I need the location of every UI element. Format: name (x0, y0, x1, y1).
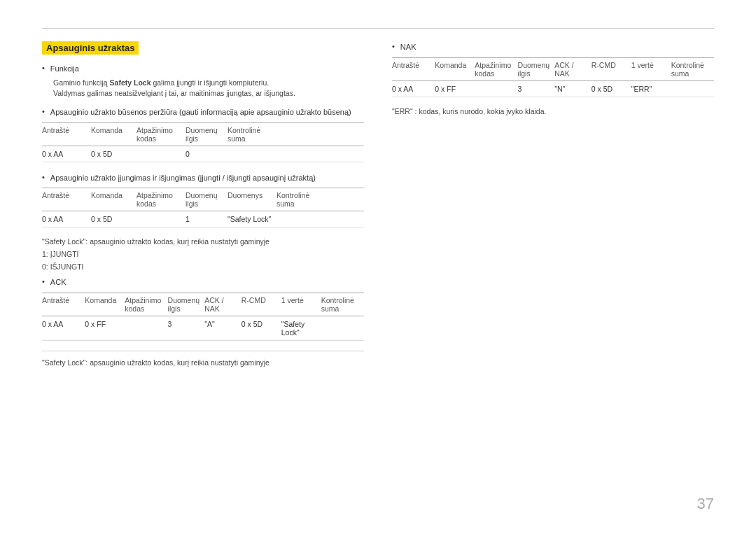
table1-title: Apsauginio užrakto būsenos peržiūra (gau… (50, 106, 351, 118)
th-atpazinimo-2: Atpažinimokodas (136, 191, 186, 208)
page-number: 37 (697, 495, 714, 513)
nak-bullet: • NAK (392, 41, 714, 53)
bullet-dot-t3: • (42, 277, 45, 286)
footer-note: "Safety Lock": apsauginio užrakto kodas,… (42, 358, 364, 367)
th-kontroline-3: Kontrolinėsuma (321, 296, 364, 313)
t3-komanda: 0 x FF (85, 320, 125, 337)
nak-komanda: 0 x FF (435, 85, 475, 93)
th-kontroline-nak: Kontrolinėsuma (671, 61, 714, 78)
right-column: • NAK Antraštė Komanda Atpažinimokodas D… (392, 41, 714, 371)
th-antraste-nak: Antraštė (392, 61, 435, 78)
funkcija-line1: Gaminio funkciją Safety Lock galima įjun… (53, 78, 364, 89)
t1-ilgis: 0 (186, 150, 227, 158)
t3-rcmd: 0 x 5D (241, 320, 281, 337)
table1-row: 0 x AA 0 x 5D 0 (42, 146, 364, 162)
th-ack-nak-3: ACK /NAK (204, 296, 241, 313)
th-antraste-1: Antraštė (42, 126, 91, 143)
bullet-dot-t1: • (42, 107, 45, 115)
th-duomenu-ilgis-1: Duomenųilgis (186, 126, 227, 143)
left-column: Apsauginis užraktas • Funkcija Gaminio f… (42, 41, 364, 371)
table2-row: 0 x AA 0 x 5D 1 "Safety Lock" (42, 211, 364, 227)
th-rcmd-3: R-CMD (241, 296, 281, 313)
th-1verte-3: 1 vertė (281, 296, 321, 313)
th-komanda-3: Komanda (85, 296, 125, 313)
note2: 1: ĮJUNGTI (42, 250, 364, 258)
table1-bullet: • Apsauginio užrakto būsenos peržiūra (g… (42, 106, 364, 118)
th-duomenys-2: Duomenys (227, 191, 276, 208)
th-duomenu-ilgis-2: Duomenųilgis (186, 191, 227, 208)
table3-title: ACK (50, 276, 66, 288)
th-atpazinimo-3: Atpažinimokodas (125, 296, 167, 313)
t3-kontroline (321, 320, 364, 337)
th-kontroline-1: Kontrolinėsuma (227, 126, 276, 143)
nak-table-section: Antraštė Komanda Atpažinimokodas Duomenų… (392, 57, 714, 97)
nak-table-row: 0 x AA 0 x FF 3 "N" 0 x 5D "ERR" (392, 81, 714, 97)
table2-bullet: • Apsauginio užrakto įjungimas ir išjung… (42, 172, 364, 184)
nak-ack-nak-val: "N" (554, 85, 592, 93)
t1-antraste: 0 x AA (42, 150, 91, 158)
t2-duomenys: "Safety Lock" (227, 215, 276, 223)
th-atpazinimo-1: Atpažinimokodas (136, 126, 186, 143)
table3-row: 0 x AA 0 x FF 3 "A" 0 x 5D "SafetyLock" (42, 316, 364, 341)
th-atpazinimo-nak: Atpažinimokodas (475, 61, 517, 78)
table2-title: Apsauginio užrakto įjungimas ir išjungim… (50, 172, 316, 184)
th-1verte-nak: 1 vertė (631, 61, 671, 78)
nak-atpazinimo (475, 85, 517, 93)
bullet-item-funkcija: • Funkcija (42, 63, 364, 75)
t1-atpazinimo (136, 150, 186, 158)
bullet-dot-t2: • (42, 173, 45, 181)
th-komanda-nak: Komanda (435, 61, 475, 78)
th-ack-nak-nak: ACK /NAK (554, 61, 592, 78)
note3: 0: IŠJUNGTI (42, 262, 364, 271)
funkcija-line2: Valdymas galimas neatsižvelgiant į tai, … (53, 88, 364, 99)
table2-section: • Apsauginio užrakto įjungimas ir išjung… (42, 172, 364, 228)
t2-atpazinimo (136, 215, 186, 223)
t1-kontroline (227, 150, 276, 158)
t3-ilgis: 3 (168, 320, 205, 337)
th-antraste-2: Antraštė (42, 191, 91, 208)
t3-antraste: 0 x AA (42, 320, 85, 337)
table1-section: • Apsauginio užrakto būsenos peržiūra (g… (42, 106, 364, 162)
nak-antraste: 0 x AA (392, 85, 435, 93)
t2-kontroline (276, 215, 326, 223)
th-duomenu-ilgis-nak: Duomenųilgis (518, 61, 555, 78)
nak-rcmd: 0 x 5D (592, 85, 631, 93)
th-komanda-2: Komanda (91, 191, 136, 208)
t1-komanda: 0 x 5D (91, 150, 136, 158)
section-title: Apsauginis užraktas (42, 41, 139, 55)
bullet-funkcija: • Funkcija Gaminio funkciją Safety Lock … (42, 63, 364, 99)
top-divider (42, 28, 714, 29)
bottom-divider-left (42, 351, 364, 351)
t3-atpazinimo (125, 320, 167, 337)
table3-section: • ACK Antraštė Komanda Atpažinimokodas D… (42, 276, 364, 341)
t3-1verte: "SafetyLock" (281, 320, 321, 337)
th-kontroline-2: Kontrolinėsuma (276, 191, 326, 208)
bullet-label-funkcija: Funkcija (50, 63, 79, 75)
table1-header: Antraštė Komanda Atpažinimokodas Duomenų… (42, 122, 364, 146)
page: Apsauginis užraktas • Funkcija Gaminio f… (0, 0, 756, 534)
bullet-dot-1: • (42, 64, 45, 72)
nak-kontroline (671, 85, 714, 93)
err-note: "ERR" : kodas, kuris nurodo, kokia įvyko… (392, 107, 714, 115)
table3-bullet: • ACK (42, 276, 364, 288)
t2-ilgis: 1 (186, 215, 227, 223)
th-duomenu-ilgis-3: Duomenųilgis (168, 296, 205, 313)
nak-label: NAK (400, 41, 416, 53)
t3-ack-nak: "A" (204, 320, 241, 337)
funkcija-description: Gaminio funkciją Safety Lock galima įjun… (53, 78, 364, 100)
table3-header: Antraštė Komanda Atpažinimokodas Duomenų… (42, 293, 364, 316)
nak-1verte: "ERR" (631, 85, 671, 93)
nak-table-header: Antraštė Komanda Atpažinimokodas Duomenų… (392, 57, 714, 81)
note1: "Safety Lock": apsauginio užrakto kodas,… (42, 237, 364, 246)
t2-antraste: 0 x AA (42, 215, 91, 223)
bullet-dot-nak: • (392, 42, 395, 50)
safety-lock-bold: Safety Lock (110, 78, 151, 87)
t2-komanda: 0 x 5D (91, 215, 136, 223)
th-rcmd-nak: R-CMD (592, 61, 631, 78)
main-content: Apsauginis užraktas • Funkcija Gaminio f… (42, 41, 714, 371)
th-antraste-3: Antraštė (42, 296, 85, 313)
th-komanda-1: Komanda (91, 126, 136, 143)
nak-ilgis: 3 (518, 85, 555, 93)
table2-header: Antraštė Komanda Atpažinimokodas Duomenų… (42, 188, 364, 211)
